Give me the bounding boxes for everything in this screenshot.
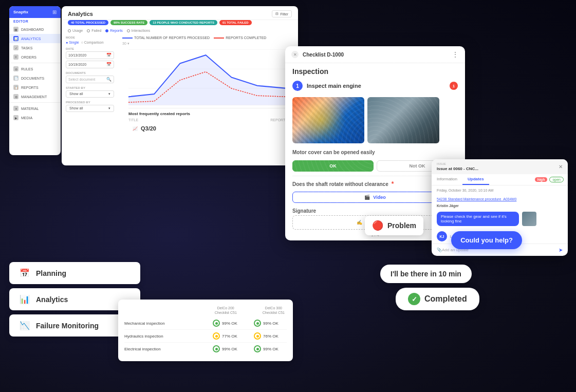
- status-hyd-2: 76% OK: [246, 332, 287, 340]
- chevron-down-icon2: ▾: [108, 106, 110, 110]
- procedure-link[interactable]: 54238 Standard Maintenance procedure_A03…: [432, 195, 568, 203]
- svg-text:Oct 15: Oct 15: [178, 107, 188, 108]
- row-mechanical: Mechanical inspection: [124, 321, 205, 326]
- analytics-feat-icon: 📊: [20, 294, 30, 304]
- pct-elec2: 99% OK: [263, 347, 278, 351]
- status-elec-2: 99% OK: [246, 345, 287, 352]
- analytics-header: Analytics ⊟ Filter: [62, 6, 298, 20]
- tab-reports[interactable]: Reports: [105, 29, 123, 32]
- sidebar-item-dashboard[interactable]: ▦ DASHBOARD: [9, 25, 61, 34]
- svg-text:Oct 16: Oct 16: [203, 107, 213, 108]
- sidebar: Snapfix ⊞ EDITOR ▦ DASHBOARD 📊 ANALYTICS…: [9, 6, 61, 155]
- status-mech-1: 99% OK: [205, 320, 246, 327]
- svg-text:Oct 18: Oct 18: [255, 107, 265, 108]
- inspection-table-panel: DelCo 200Checklist C51 DelCo 300Checklis…: [118, 300, 293, 361]
- tab-interactions[interactable]: Interactions: [127, 29, 150, 32]
- mode-comparison[interactable]: ○ Comparison: [81, 41, 104, 44]
- filter-icon: ⊟: [275, 12, 278, 16]
- radio-failed: [87, 29, 90, 32]
- circle-green-mech2: [254, 320, 261, 327]
- avatar: KJ: [437, 231, 447, 241]
- reports-icon: 📋: [13, 85, 18, 90]
- issue-meta: Friday, October 30, 2020, 10:10 AM: [432, 185, 568, 195]
- issue-date: Friday, October 30, 2020, 10:10 AM: [437, 189, 493, 192]
- check-circle-icon: ✓: [408, 293, 420, 305]
- sidebar-item-media[interactable]: ▶ MEDIA: [9, 113, 61, 122]
- date-from[interactable]: 10/13/2020: [68, 53, 86, 57]
- stat-people: 13 PEOPLE WHO CONDUCTED REPORTS: [150, 20, 217, 25]
- stat-processed: 40 TOTAL PROCESSED: [68, 20, 108, 25]
- tab-usage[interactable]: Usage: [68, 29, 83, 32]
- sidebar-item-management[interactable]: ⚙ MANAGEMENT: [9, 92, 61, 101]
- engine-image-2: [367, 97, 439, 143]
- q320-row: 📈 Q3/20: [128, 123, 288, 134]
- table-row: Mechanical inspection 99% OK 99% OK: [124, 317, 287, 330]
- chart-icon: 📈: [133, 126, 138, 131]
- tab-information[interactable]: Information: [432, 174, 462, 185]
- orders-icon: ≡: [13, 54, 18, 60]
- completed-text: Completed: [424, 294, 467, 304]
- stat-pills: 40 TOTAL PROCESSED 98% SUCCESS RATE 13 P…: [62, 20, 298, 27]
- failure-icon: 📉: [20, 321, 30, 330]
- tasks-icon: ✓: [13, 45, 18, 50]
- circle-yellow-hyd1: [213, 332, 220, 340]
- send-icon[interactable]: ➤: [559, 247, 563, 253]
- sidebar-item-orders[interactable]: ≡ ORDERS: [9, 52, 61, 62]
- divider: [9, 63, 61, 63]
- analytics-panel: Analytics ⊟ Filter 40 TOTAL PROCESSED 98…: [62, 6, 298, 165]
- sidebar-item-analytics[interactable]: 📊 ANALYTICS: [9, 34, 61, 43]
- feature-card-planning[interactable]: 📅 Planning: [9, 262, 140, 284]
- circle-green-elec1: [213, 345, 220, 352]
- started-by-select[interactable]: Show all: [69, 92, 83, 96]
- sidebar-item-label: ORDERS: [21, 55, 36, 59]
- calendar-from-icon: 📅: [106, 53, 112, 58]
- svg-text:Oct 17: Oct 17: [229, 107, 239, 108]
- table-row: Electrical inspection 99% OK 99% OK: [124, 343, 287, 355]
- planning-icon: 📅: [20, 268, 30, 278]
- sidebar-item-label: ANALYTICS: [21, 37, 41, 41]
- sidebar-item-label: RULES: [21, 67, 33, 71]
- pct-elec1: 99% OK: [222, 347, 237, 351]
- issue-title: Issue at 0060 - CNC...: [437, 166, 478, 171]
- filter-button[interactable]: ⊟ Filter: [272, 10, 292, 17]
- close-issue-button[interactable]: ✕: [559, 164, 563, 170]
- sidebar-item-material[interactable]: ✕ MATERIAL: [9, 104, 61, 113]
- pct-hyd2: 76% OK: [263, 334, 278, 339]
- mode-single[interactable]: ● Single: [66, 41, 79, 44]
- analytics-tabs: Usage Failed Reports Interactions: [62, 27, 298, 34]
- tab-updates[interactable]: Updates: [462, 174, 489, 185]
- chevron-down-icon: ▾: [108, 92, 110, 96]
- reports-section: Most frequently created reports TITLE RE…: [122, 108, 294, 137]
- sidebar-item-tasks[interactable]: ✓ TASKS: [9, 43, 61, 52]
- svg-marker-4: [128, 55, 288, 105]
- radio-usage: [68, 29, 71, 32]
- tab-failed[interactable]: Failed: [87, 29, 101, 32]
- processed-by-select[interactable]: Show all: [69, 106, 83, 110]
- analytics-icon: 📊: [13, 36, 18, 41]
- sidebar-item-label: MATERIAL: [21, 107, 39, 110]
- be-there-text: I'll be there in 10 min: [391, 270, 461, 278]
- stat-failed: 01 TOTAL FAILED: [219, 20, 252, 25]
- grid-icon: ⊞: [52, 9, 57, 15]
- sidebar-item-rules[interactable]: ⊘ RULES: [9, 64, 61, 73]
- radio-reports: [105, 29, 108, 32]
- document-select[interactable]: Select document: [68, 78, 95, 81]
- problem-icon: 🔴: [372, 220, 383, 231]
- pct-mech2: 99% OK: [263, 321, 278, 326]
- media-icon: ▶: [13, 115, 18, 120]
- date-to[interactable]: 10/19/2020: [68, 63, 86, 66]
- circle-yellow-hyd2: [254, 332, 261, 340]
- sidebar-header: Snapfix ⊞: [9, 6, 61, 18]
- management-icon: ⚙: [13, 94, 18, 99]
- issue-header: ISSUE Issue at 0060 - CNC... ✕: [432, 159, 568, 174]
- planning-label: Planning: [36, 269, 66, 277]
- sidebar-item-documents[interactable]: 📄 DOCUMENTS: [9, 73, 61, 83]
- sidebar-item-label: TASKS: [21, 46, 32, 50]
- divider2: [9, 102, 61, 103]
- sidebar-editor-label: EDITOR: [9, 18, 61, 25]
- sidebar-item-reports[interactable]: 📋 REPORTS: [9, 83, 61, 92]
- circle-green-mech1: [213, 320, 220, 327]
- q320-label: Q3/20: [141, 125, 156, 132]
- completed-bubble: ✓ Completed: [396, 288, 479, 310]
- analytics-title: Analytics: [68, 11, 93, 17]
